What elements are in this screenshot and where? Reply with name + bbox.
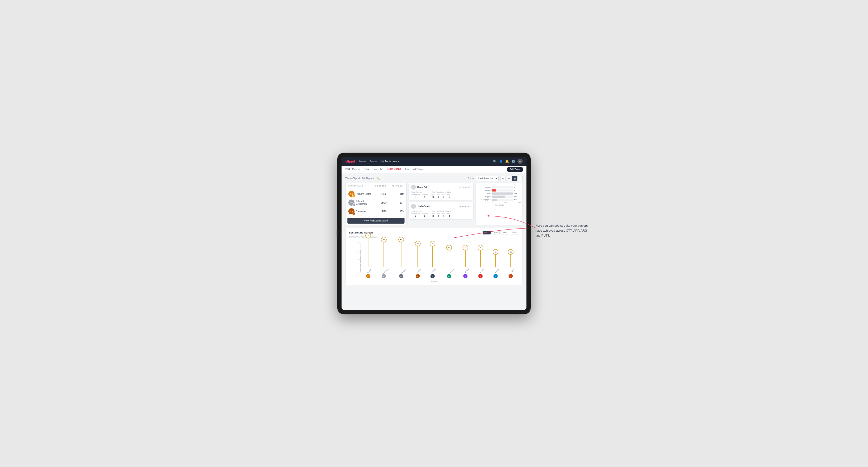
- rounds-title: Total Rounds: [411, 191, 428, 193]
- list-view-btn[interactable]: ☰: [506, 176, 512, 181]
- putt-label: PUTT: [447, 194, 452, 195]
- bar-item: Pars 499: [478, 192, 521, 195]
- player-avatar: J.: [415, 274, 420, 278]
- subnav-team-clippd[interactable]: Team Clippd: [387, 168, 401, 171]
- table-row: CA 3 Cameron... 17/20 103: [347, 207, 404, 216]
- avatar[interactable]: U: [518, 159, 523, 164]
- player-avatar: R.: [493, 274, 498, 278]
- subnav-pga[interactable]: PGA: [364, 168, 369, 171]
- filter-putt[interactable]: PUTT: [510, 231, 519, 235]
- player-name: Cameron...: [356, 210, 368, 213]
- player-streak-col: 6x B. McHerg B.: [380, 237, 388, 278]
- view-icons: ⊞ ☰ ▦ ↕: [500, 176, 523, 181]
- nav-home[interactable]: Home: [359, 160, 366, 163]
- streaks-filters: OTT APP ARG PUTT: [483, 231, 519, 235]
- streaks-players: 7x E. Ebert E. 6x B. McHerg B. 6x D. Bil…: [361, 240, 518, 278]
- practice-title: Total Practice Activities: [431, 210, 452, 212]
- ott-value: 0: [431, 215, 435, 217]
- player-avatar: M.: [478, 274, 483, 278]
- bar-label: Eagles: [478, 186, 491, 188]
- lb-score: 18/20: [375, 201, 392, 204]
- bar-axis-label: 200: [504, 201, 507, 203]
- player-name-label: E. Ebert: [367, 268, 372, 273]
- lb-avg: 103: [392, 210, 404, 213]
- bar-value: 131: [514, 198, 521, 201]
- period-select[interactable]: Last 3 months Last 6 months Last year: [476, 176, 499, 181]
- pc-stats: Total Rounds Tournament 8 Practice: [411, 191, 471, 198]
- subnav-pgat[interactable]: PGAT Players: [345, 168, 360, 171]
- nav-teams[interactable]: Teams: [370, 160, 377, 163]
- bar-axis-label: 400: [518, 201, 521, 203]
- filter-ott[interactable]: OTT: [483, 231, 491, 235]
- bell-icon[interactable]: 🔔: [505, 160, 509, 163]
- rounds-label: Tournament: [411, 194, 420, 195]
- player-name-label: R. Britt: [432, 268, 436, 273]
- lb-score: 17/20: [375, 210, 392, 213]
- bar-value: 96: [514, 189, 521, 191]
- bar-fill: [492, 195, 505, 198]
- player-name-label: B. McHerg: [382, 268, 389, 275]
- streak-bubble: 4x: [446, 245, 452, 250]
- bar-item: Eagles 3: [478, 186, 521, 188]
- subnav-all-players[interactable]: All Players: [413, 168, 424, 171]
- bar-label: D. Bogeys +: [478, 198, 491, 201]
- player-name-label: J. Coles: [416, 268, 422, 273]
- lb-player-1: RB 1 Richard Butler: [348, 191, 375, 197]
- streak-line: [465, 250, 466, 267]
- lb-header: PLAYER NAME PB SCORE PB AVG SQ: [347, 185, 404, 188]
- subnav-hcaps[interactable]: Hcaps 1-5: [373, 168, 383, 171]
- rank-badge: 1: [352, 195, 355, 198]
- table-row: RB 1 Richard Butler 19/20 110: [347, 190, 404, 198]
- lb-player-3: CA 3 Cameron...: [348, 208, 375, 214]
- player-streak-col: 4x B. Ford B.: [463, 245, 468, 278]
- logo: clippd: [345, 160, 355, 163]
- player-name-label: R. Butler: [494, 268, 500, 274]
- team-header: Team Clippd | 14 Players ✏️ Show Last 3 …: [345, 176, 523, 181]
- bar-axis: 0200400: [478, 201, 521, 203]
- edit-icon[interactable]: ✏️: [376, 177, 380, 180]
- search-icon[interactable]: 🔍: [493, 160, 497, 163]
- card-view-btn[interactable]: ▦: [512, 176, 517, 181]
- practice-title: Total Practice Activities: [431, 191, 452, 193]
- user-icon[interactable]: 👤: [499, 160, 503, 163]
- streak-line: [368, 239, 368, 267]
- streak-bubble: 4x: [463, 245, 468, 250]
- bar-axis-label: 0: [492, 201, 493, 203]
- bar-label: Pars: [478, 192, 491, 195]
- avatar: CA 3: [348, 208, 354, 214]
- table-view-btn[interactable]: ↕: [518, 176, 523, 181]
- nav-my-performance[interactable]: My Performance: [380, 160, 400, 163]
- streak-line: [401, 243, 401, 267]
- player-card-rees: RB Rees Britt 02 Sep 2023 Total Rounds: [408, 183, 474, 200]
- settings-icon[interactable]: ⚙️: [512, 160, 515, 163]
- avatar: RB 1: [348, 191, 354, 197]
- player-streak-col: 3x C. Quick C.: [508, 249, 514, 278]
- annotation-text: Here you can see streaks your players ha…: [535, 223, 592, 238]
- bar-value: 311: [514, 195, 521, 198]
- player-name: Richard Butler: [356, 193, 371, 195]
- pc-date: 02 Sep 2023: [459, 186, 471, 188]
- filter-app[interactable]: APP: [492, 231, 500, 235]
- grid-view-btn[interactable]: ⊞: [500, 176, 506, 181]
- player-streak-col: 7x E. Ebert E.: [365, 233, 371, 278]
- view-leaderboard-button[interactable]: View Full Leaderboard: [347, 218, 404, 224]
- avatar: RB: [411, 185, 416, 190]
- nav-links: Home Teams My Performance: [359, 160, 489, 163]
- subnav-tour[interactable]: Tour: [405, 168, 409, 171]
- app-label: APP: [437, 213, 440, 215]
- arg-label: ARG: [442, 194, 445, 195]
- arg-value: 0: [442, 195, 445, 198]
- lb-score: 19/20: [375, 193, 392, 195]
- filter-arg[interactable]: ARG: [500, 231, 509, 235]
- streak-bubble: 5x: [415, 241, 421, 247]
- player-name-label: M. Miller: [479, 268, 485, 273]
- bar-fill: [492, 192, 513, 195]
- streak-bubble: 7x: [365, 233, 371, 239]
- svg-text:2: 2: [358, 266, 359, 267]
- add-team-button[interactable]: Add Team: [507, 167, 523, 172]
- player-name-label: E. Crossman: [447, 268, 455, 276]
- svg-text:0: 0: [358, 273, 359, 274]
- player-card-josh: JC Josh Coles 26 Aug 2023 Total Rounds: [408, 202, 474, 220]
- show-label: Show: [468, 177, 474, 180]
- streak-line: [495, 255, 496, 267]
